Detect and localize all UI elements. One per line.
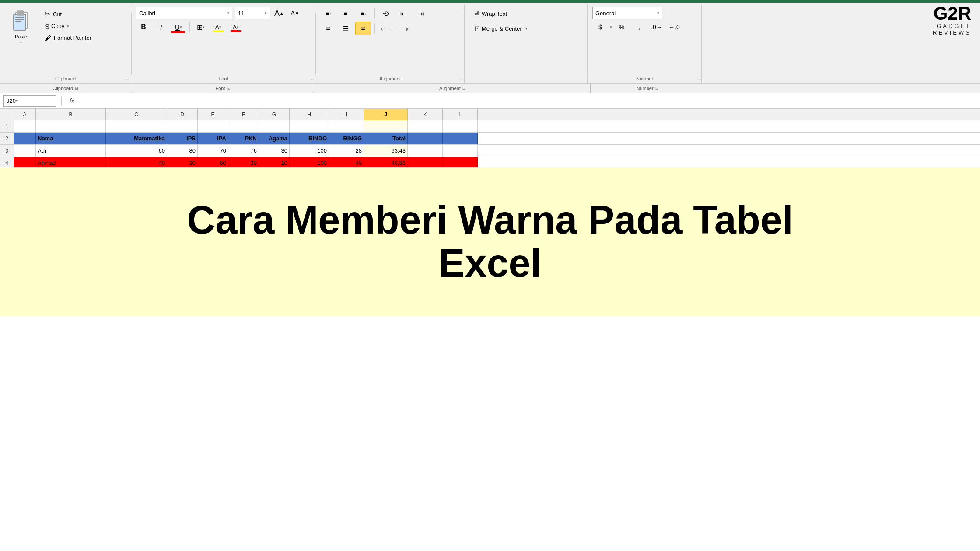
merge-center-button[interactable]: ⊡ Merge & Center ▾ xyxy=(469,22,532,35)
cell-A2[interactable] xyxy=(14,133,36,144)
cell-F4[interactable]: 39 xyxy=(228,157,259,169)
cell-E2[interactable]: IPA xyxy=(198,133,228,144)
font-grow-button[interactable]: A▲ xyxy=(273,7,286,19)
cell-D2[interactable]: IPS xyxy=(167,133,198,144)
cell-ref-dropdown-arrow[interactable]: ▾ xyxy=(16,98,18,103)
cell-E4[interactable]: 60 xyxy=(198,157,228,169)
cell-A3[interactable] xyxy=(14,145,36,157)
col-header-G[interactable]: G xyxy=(259,109,290,120)
align-top-button[interactable]: ≡↑ xyxy=(320,7,336,20)
col-header-E[interactable]: E xyxy=(198,109,228,120)
borders-button[interactable]: ⊞ ▾ xyxy=(193,21,208,33)
cell-I2[interactable]: BINGG xyxy=(329,133,364,144)
cell-A1[interactable] xyxy=(14,120,36,132)
cell-J4[interactable]: 46,86 xyxy=(364,157,408,169)
cell-E1[interactable] xyxy=(198,120,228,132)
cell-G1[interactable] xyxy=(259,120,290,132)
underline-button[interactable]: U ▾ xyxy=(171,21,186,33)
cell-G3[interactable]: 30 xyxy=(259,145,290,157)
cell-B1[interactable] xyxy=(36,120,106,132)
cell-F1[interactable] xyxy=(228,120,259,132)
align-left-button[interactable]: ≡ xyxy=(320,22,336,35)
percent-button[interactable]: % xyxy=(614,21,630,33)
align-center-button[interactable]: ☰ xyxy=(338,22,354,35)
indent-increase-button[interactable]: ⇥ xyxy=(413,7,428,20)
paste-button[interactable]: Paste ▾ xyxy=(4,7,38,46)
comma-button[interactable]: , xyxy=(631,21,647,33)
font-expand-icon[interactable]: ⌵ xyxy=(311,77,313,81)
cell-F3[interactable]: 76 xyxy=(228,145,259,157)
alignment-expand-icon[interactable]: ⌵ xyxy=(460,77,462,81)
cell-I3[interactable]: 28 xyxy=(329,145,364,157)
number-expand-icon[interactable]: ⌵ xyxy=(697,77,700,81)
col-header-H[interactable]: H xyxy=(290,109,329,120)
cut-button[interactable]: ✂ Cut xyxy=(42,9,94,19)
align-middle-button[interactable]: ≡ xyxy=(338,7,354,20)
rtl-button[interactable]: ⟵ xyxy=(378,22,393,35)
col-header-F[interactable]: F xyxy=(228,109,259,120)
cell-L4[interactable] xyxy=(443,157,478,169)
cell-D4[interactable]: 30 xyxy=(167,157,198,169)
cell-A4[interactable] xyxy=(14,157,36,169)
fx-button[interactable]: fx xyxy=(67,97,77,105)
text-direction-button[interactable]: ⟲ xyxy=(378,7,393,20)
ltr-button[interactable]: ⟶ xyxy=(395,22,411,35)
col-header-C[interactable]: C xyxy=(106,109,167,120)
cell-F2[interactable]: PKN xyxy=(228,133,259,144)
cell-C1[interactable] xyxy=(106,120,167,132)
row-number-3[interactable]: 3 xyxy=(0,145,14,157)
cell-L3[interactable] xyxy=(443,145,478,157)
cell-D1[interactable] xyxy=(167,120,198,132)
formula-input[interactable] xyxy=(80,95,976,107)
row-number-2[interactable]: 2 xyxy=(0,133,14,144)
font-color-button[interactable]: A ▾ xyxy=(228,21,243,33)
cell-I1[interactable] xyxy=(329,120,364,132)
clipboard-expand-icon[interactable]: ⌵ xyxy=(126,77,129,81)
cell-reference-box[interactable]: J20 ▾ xyxy=(4,95,56,107)
cell-C3[interactable]: 60 xyxy=(106,145,167,157)
row-number-4[interactable]: 4 xyxy=(0,157,14,169)
increase-decimal-button[interactable]: .0→ xyxy=(649,21,665,33)
cell-H2[interactable]: BINDO xyxy=(290,133,329,144)
cell-D3[interactable]: 80 xyxy=(167,145,198,157)
cell-G4[interactable]: 10 xyxy=(259,157,290,169)
col-header-D[interactable]: D xyxy=(167,109,198,120)
cell-K2[interactable] xyxy=(408,133,443,144)
cell-C4[interactable]: 40 xyxy=(106,157,167,169)
cell-C2[interactable]: Matematika xyxy=(106,133,167,144)
indent-decrease-button[interactable]: ⇤ xyxy=(395,7,411,20)
col-header-A[interactable]: A xyxy=(14,109,36,120)
cell-H3[interactable]: 100 xyxy=(290,145,329,157)
font-size-dropdown[interactable]: 11 ▾ xyxy=(235,7,270,19)
number-format-dropdown[interactable]: General ▾ xyxy=(592,7,662,19)
cell-H4[interactable]: 100 xyxy=(290,157,329,169)
format-painter-button[interactable]: 🖌 Format Painter xyxy=(42,33,94,43)
cell-B2[interactable]: Nama xyxy=(36,133,106,144)
highlight-color-button[interactable]: A ▾ xyxy=(211,21,226,33)
clipboard-footer-icon[interactable]: ⊡ xyxy=(75,86,78,91)
align-right-button[interactable]: ≡ xyxy=(355,22,371,35)
col-header-L[interactable]: L xyxy=(443,109,478,120)
copy-button[interactable]: ⎘ Copy ▾ xyxy=(42,21,94,31)
cell-J3[interactable]: 63,43 xyxy=(364,145,408,157)
cell-B3[interactable]: Adi xyxy=(36,145,106,157)
cell-K1[interactable] xyxy=(408,120,443,132)
cell-H1[interactable] xyxy=(290,120,329,132)
cell-G2[interactable]: Agama xyxy=(259,133,290,144)
cell-L1[interactable] xyxy=(443,120,478,132)
cell-K3[interactable] xyxy=(408,145,443,157)
cell-J1[interactable] xyxy=(364,120,408,132)
row-number-1[interactable]: 1 xyxy=(0,120,14,132)
align-bottom-button[interactable]: ≡↓ xyxy=(355,7,371,20)
alignment-footer-icon[interactable]: ⊡ xyxy=(462,86,466,91)
col-header-B[interactable]: B xyxy=(36,109,106,120)
cell-L2[interactable] xyxy=(443,133,478,144)
col-header-K[interactable]: K xyxy=(408,109,443,120)
font-footer-icon[interactable]: ⊡ xyxy=(227,86,231,91)
cell-B4[interactable]: Ahmad xyxy=(36,157,106,169)
cell-K4[interactable] xyxy=(408,157,443,169)
currency-button[interactable]: $ xyxy=(592,21,608,33)
bold-button[interactable]: B xyxy=(136,21,151,33)
wrap-text-button[interactable]: ⏎ Wrap Text xyxy=(469,7,512,20)
cell-J2[interactable]: Total xyxy=(364,133,408,144)
